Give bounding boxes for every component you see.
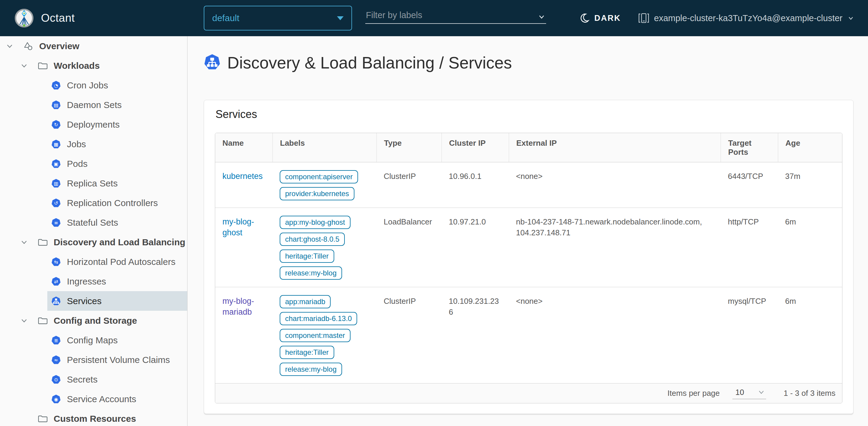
sidebar-item-replica-sets[interactable]: ▥Replica Sets — [47, 173, 187, 193]
external-ip-cell: <none> — [509, 287, 721, 383]
column-header-labels: Labels — [273, 133, 376, 162]
label-pill[interactable]: heritage:Tiller — [280, 250, 334, 263]
chevron-down-icon[interactable] — [6, 42, 16, 50]
sidebar-item-label: Horizontal Pod Autoscalers — [67, 257, 176, 267]
objects-icon — [24, 41, 33, 51]
sidebar-item-stateful-sets[interactable]: ≡Stateful Sets — [47, 213, 187, 232]
label-pill[interactable]: heritage:Tiller — [280, 346, 334, 359]
sidebar-item-config-maps[interactable]: ≣Config Maps — [47, 330, 187, 350]
sidebar-item-label: Stateful Sets — [67, 218, 118, 228]
sidebar-item-label: Cron Jobs — [67, 80, 108, 90]
sidebar-item-jobs[interactable]: ▦Jobs — [47, 134, 187, 154]
daemonsets-icon: ▤ — [51, 100, 61, 110]
labels-cell: component:apiserverprovider:kubernetes — [273, 162, 376, 207]
sidebar: OverviewWorkloads◔Cron Jobs▤Daemon Sets↻… — [0, 36, 187, 426]
type-cell: ClusterIP — [376, 162, 441, 207]
chevron-down-icon[interactable] — [21, 62, 31, 69]
label-pill[interactable]: component:master — [280, 329, 350, 342]
label-pill[interactable]: provider:kubernetes — [280, 187, 354, 200]
column-header-external-ip: External IP — [509, 133, 721, 162]
items-per-page-value: 10 — [735, 388, 744, 397]
svg-text:▤: ▤ — [54, 102, 58, 108]
service-link[interactable]: my-blog-ghost — [222, 217, 254, 237]
serviceaccounts-icon: ◉ — [51, 394, 61, 404]
table-header: NameLabelsTypeCluster IPExternal IPTarge… — [215, 133, 842, 162]
svg-text:⇄: ⇄ — [54, 279, 58, 284]
sidebar-item-secrets[interactable]: ⊙Secrets — [47, 370, 187, 389]
chevron-down-icon[interactable] — [21, 317, 31, 324]
name-cell: kubernetes — [215, 162, 273, 207]
moon-icon — [579, 13, 590, 23]
pagination-range: 1 - 3 of 3 items — [784, 389, 835, 398]
label-pill[interactable]: component:apiserver — [280, 170, 358, 183]
svg-text:≈: ≈ — [54, 357, 58, 363]
sidebar-item-label: Pods — [67, 159, 87, 169]
name-cell: my-blog-mariadb — [215, 287, 273, 383]
svg-text:▥: ▥ — [54, 181, 58, 187]
octant-app: Octant default DARK example-cluster-ka3T… — [0, 0, 868, 426]
items-per-page-select[interactable]: 10 — [733, 388, 766, 399]
card-title: Services — [216, 108, 842, 121]
sidebar-item-ingresses[interactable]: ⇄Ingresses — [47, 272, 187, 291]
column-header-target-ports: Target Ports — [721, 133, 778, 162]
sidebar-item-label: Daemon Sets — [67, 100, 122, 110]
sidebar-item-discovery-and-load-balancing[interactable]: Discovery and Load Balancing — [0, 232, 187, 252]
sidebar-item-config-and-storage[interactable]: Config and Storage — [0, 311, 187, 330]
namespace-dropdown[interactable]: default — [204, 6, 352, 30]
folder-icon — [38, 414, 48, 424]
target-ports-cell: mysql/TCP — [721, 287, 778, 383]
svg-text:≣: ≣ — [54, 338, 58, 343]
column-header-name: Name — [215, 133, 273, 162]
sidebar-item-replication-controllers[interactable]: ↺Replication Controllers — [47, 193, 187, 213]
services-icon — [51, 296, 61, 306]
chevron-down-icon[interactable] — [21, 239, 31, 246]
sidebar-item-label: Config and Storage — [54, 316, 137, 326]
service-link[interactable]: my-blog-mariadb — [222, 296, 254, 316]
label-pill[interactable]: app:my-blog-ghost — [280, 216, 350, 229]
sidebar-item-pods[interactable]: ▣Pods — [47, 154, 187, 173]
label-filter-input[interactable] — [365, 10, 537, 22]
label-pill[interactable]: app:mariadb — [280, 295, 331, 308]
services-card: Services NameLabelsTypeCluster IPExterna… — [204, 100, 854, 414]
service-link[interactable]: kubernetes — [222, 172, 263, 181]
svg-text:⊙: ⊙ — [54, 377, 58, 382]
services-table: NameLabelsTypeCluster IPExternal IPTarge… — [215, 133, 842, 403]
svg-text:▣: ▣ — [54, 161, 58, 167]
sidebar-item-label: Overview — [39, 41, 79, 51]
jobs-icon: ▦ — [51, 139, 61, 149]
sidebar-item-service-accounts[interactable]: ◉Service Accounts — [47, 389, 187, 409]
folder-icon — [38, 316, 48, 325]
sidebar-item-persistent-volume-claims[interactable]: ≈Persistent Volume Claims — [47, 350, 187, 370]
sidebar-item-custom-resources[interactable]: Custom Resources — [0, 409, 187, 426]
sidebar-item-label: Deployments — [67, 119, 120, 130]
labels-cell: app:my-blog-ghostchart:ghost-8.0.5herita… — [273, 208, 376, 287]
theme-toggle-button[interactable]: DARK — [579, 0, 621, 36]
statefulsets-icon: ≡ — [51, 218, 61, 227]
svg-text:↺: ↺ — [54, 200, 58, 206]
type-cell: ClusterIP — [376, 287, 441, 383]
deployments-icon: ↻ — [51, 120, 61, 130]
label-pill[interactable]: release:my-blog — [280, 363, 342, 376]
label-pill[interactable]: chart:ghost-8.0.5 — [280, 233, 345, 246]
label-pill[interactable]: release:my-blog — [280, 266, 342, 280]
column-header-age: Age — [778, 133, 842, 162]
pvc-icon: ≈ — [51, 355, 61, 365]
sidebar-item-cron-jobs[interactable]: ◔Cron Jobs — [47, 76, 187, 95]
sidebar-item-daemon-sets[interactable]: ▤Daemon Sets — [47, 95, 187, 115]
sidebar-item-services[interactable]: Services — [47, 291, 187, 311]
sidebar-item-label: Persistent Volume Claims — [67, 355, 170, 365]
sidebar-item-overview[interactable]: Overview — [0, 36, 187, 56]
label-pill[interactable]: chart:mariadb-6.13.0 — [280, 312, 357, 325]
age-cell: 6m — [778, 208, 842, 287]
sidebar-item-label: Workloads — [54, 61, 100, 71]
age-cell: 6m — [778, 287, 842, 383]
sidebar-item-label: Custom Resources — [54, 414, 136, 424]
folder-icon — [38, 237, 48, 247]
sidebar-item-workloads[interactable]: Workloads — [0, 56, 187, 76]
sidebar-item-deployments[interactable]: ↻Deployments — [47, 115, 187, 134]
chevron-down-icon[interactable] — [537, 12, 546, 22]
app-header: Octant default DARK example-cluster-ka3T… — [0, 0, 868, 36]
cluster-selector[interactable]: example-cluster-ka3TuTzYo4a@example-clus… — [638, 0, 855, 36]
sidebar-item-horizontal-pod-autoscalers[interactable]: ⇆Horizontal Pod Autoscalers — [47, 252, 187, 272]
table-body: kubernetescomponent:apiserverprovider:ku… — [215, 162, 842, 383]
